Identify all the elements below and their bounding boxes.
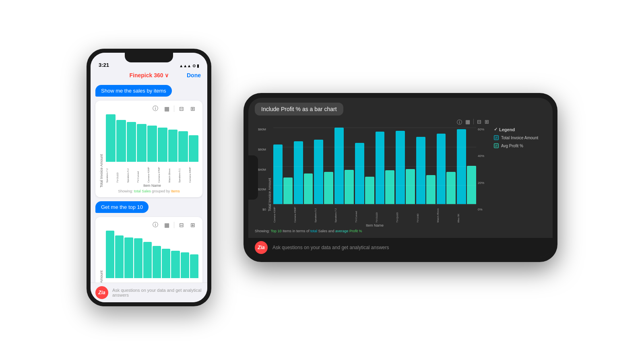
bar-cyan-4 bbox=[334, 128, 344, 204]
x-labels-1: Speakers-7.2 TV-OLED Speakers-5.2 TV-Cur… bbox=[106, 163, 198, 183]
bar-teal-3 bbox=[324, 172, 333, 204]
bar-1-6 bbox=[158, 128, 167, 162]
bar-group-2 bbox=[294, 128, 313, 204]
chat-content: Show me the sales by items ⓘ ▦ ⊟ ⊞ Total… bbox=[91, 81, 207, 283]
chart-toolbar-1: ⓘ ▦ ⊟ ⊞ bbox=[99, 105, 198, 113]
bar-group-3 bbox=[314, 128, 333, 204]
bar-1-8 bbox=[178, 131, 188, 162]
chart-main-1: Speakers-7.2 TV-OLED Speakers-5.2 TV-Cur… bbox=[106, 114, 198, 188]
bar-2-2 bbox=[115, 235, 124, 278]
bar-1-7 bbox=[168, 130, 178, 162]
legend-item-1: ✓ Total Invoice Amount bbox=[494, 135, 546, 140]
x-label-2-9: Camera-41MP bbox=[181, 280, 189, 283]
landscape-bars-wrapper: $80M $60M $40M $20M $0 Total Invoice Amo… bbox=[255, 128, 489, 227]
bar-1-3 bbox=[127, 122, 136, 162]
landscape-phone-wrapper: Include Profit % as a bar chart ⓘ ▦ ⊟ ⊞ bbox=[244, 93, 557, 262]
status-icons: ▲▲▲ ⊙ ▮ bbox=[179, 64, 199, 68]
lx-1: Camera-41MP bbox=[273, 206, 292, 223]
lx-7: TV-QLED bbox=[396, 206, 415, 223]
bar-2-7 bbox=[162, 249, 170, 278]
lx-6: TV-OLED bbox=[376, 206, 394, 223]
zia-button-landscape[interactable]: Zia bbox=[255, 241, 268, 254]
y-tick-r-4: 0% bbox=[478, 208, 489, 211]
zia-button-portrait[interactable]: Zia bbox=[95, 286, 108, 299]
bar-1-5 bbox=[147, 126, 157, 162]
info-icon-landscape[interactable]: ⓘ bbox=[457, 119, 462, 126]
chart-footer-1: Showing: total Sales grouped by Items bbox=[99, 189, 198, 193]
bar-teal-5 bbox=[365, 177, 374, 204]
bar-group-10 bbox=[457, 128, 476, 204]
landscape-chart-toolbar: ⓘ ▦ ⊟ ⊞ bbox=[255, 119, 489, 126]
landscape-bottom-bar: Zia Ask questions on your data and get a… bbox=[248, 238, 553, 257]
grid-line-5 bbox=[273, 204, 476, 205]
landscape-inner: Include Profit % as a bar chart ⓘ ▦ ⊟ ⊞ bbox=[248, 98, 553, 257]
lx-8: TV-UHD bbox=[417, 206, 436, 223]
legend-label-1: Total Invoice Amount bbox=[501, 136, 538, 140]
x-label-2-10: Watch-45mm bbox=[190, 280, 198, 283]
bar-group-7 bbox=[396, 128, 415, 204]
grid-icon-landscape[interactable]: ⊞ bbox=[485, 119, 489, 126]
landscape-content: Include Profit % as a bar chart ⓘ ▦ ⊟ ⊞ bbox=[248, 98, 553, 238]
x-label-2-6: Camera-45MP bbox=[153, 280, 161, 283]
y-tick-r-1: 60% bbox=[478, 128, 489, 131]
x-label-1-9: Camera-30MP bbox=[189, 163, 198, 183]
bar-group-8 bbox=[416, 128, 436, 204]
chart-toolbar-2: ⓘ ▦ ⊟ ⊞ bbox=[99, 221, 198, 229]
info-icon-2[interactable]: ⓘ bbox=[151, 221, 159, 229]
app-header: Finepick 360 ∨ Done bbox=[91, 70, 207, 81]
bar-cyan-7 bbox=[396, 131, 405, 204]
zia-logo-landscape: Zia bbox=[258, 245, 264, 250]
bar-2-6 bbox=[153, 246, 161, 278]
y-axis-label-2: Total Invoice Amount bbox=[99, 231, 103, 283]
x-label-1-1: Speakers-7.2 bbox=[106, 163, 116, 183]
bar-2-5 bbox=[143, 242, 152, 278]
bottom-bar-text-landscape: Ask questions on your data and get analy… bbox=[272, 245, 389, 250]
bar-teal-9 bbox=[446, 172, 456, 204]
bar-cyan-1 bbox=[273, 144, 283, 204]
x-labels-2: Speakers-7.2 TV-OLED TV-QLED TV-UHD Spea… bbox=[106, 280, 198, 283]
x-label-1-4: TV-Curved bbox=[137, 163, 147, 183]
toolbar-divider-landscape bbox=[473, 119, 474, 124]
bar-teal-4 bbox=[345, 170, 354, 204]
done-button[interactable]: Done bbox=[187, 72, 201, 78]
legend-check-cyan: ✓ bbox=[494, 135, 499, 140]
table-icon-landscape[interactable]: ⊟ bbox=[477, 119, 481, 126]
app-title[interactable]: Finepick 360 ∨ bbox=[129, 72, 168, 78]
landscape-chart-main: Camera-41MP Camera-45MP Speakers-5.2 Spe… bbox=[273, 128, 476, 227]
bar-chart-icon-2[interactable]: ▦ bbox=[163, 221, 171, 229]
x-label-2-7: TV-Curved bbox=[162, 280, 170, 283]
table-icon-1[interactable]: ⊟ bbox=[178, 105, 186, 113]
grid-icon-1[interactable]: ⊞ bbox=[189, 105, 197, 113]
x-label-1-2: TV-OLED bbox=[116, 163, 126, 183]
x-axis-label-1: Item Name bbox=[106, 184, 198, 188]
bars-container-1 bbox=[106, 114, 198, 163]
bar-cyan-10 bbox=[457, 129, 466, 204]
grid-icon-2[interactable]: ⊞ bbox=[189, 221, 197, 229]
battery-icon: ▮ bbox=[197, 64, 199, 68]
info-icon-1[interactable]: ⓘ bbox=[151, 105, 159, 113]
y-tick-l-1: $80M bbox=[255, 128, 266, 131]
x-label-2-8: iMac-5K bbox=[171, 280, 180, 283]
chevron-down-icon: ∨ bbox=[165, 72, 169, 78]
bars-container-2 bbox=[106, 231, 198, 279]
legend-check-teal: ✓ bbox=[494, 143, 499, 148]
bar-teal-8 bbox=[426, 175, 436, 204]
landscape-y-label: Total Invoice Amount bbox=[268, 128, 272, 211]
bar-group-5 bbox=[355, 128, 374, 204]
landscape-chart-area: ⓘ ▦ ⊟ ⊞ $80M $60M $40M bbox=[255, 119, 489, 233]
bar-2-9 bbox=[181, 252, 189, 278]
bar-chart-icon-landscape[interactable]: ▦ bbox=[465, 119, 470, 126]
x-label-2-2: TV-OLED bbox=[115, 280, 124, 283]
bar-cyan-2 bbox=[294, 141, 303, 204]
landscape-phone: Include Profit % as a bar chart ⓘ ▦ ⊟ ⊞ bbox=[244, 93, 557, 262]
x-label-1-5: Camera-41MP bbox=[147, 163, 157, 183]
x-label-2-5: Speakers-5.2 bbox=[143, 280, 152, 283]
bar-chart-icon-1[interactable]: ▦ bbox=[163, 105, 171, 113]
zia-logo: Zia bbox=[98, 290, 105, 295]
table-icon-2[interactable]: ⊟ bbox=[178, 221, 186, 229]
status-time: 3:21 bbox=[99, 62, 109, 68]
bar-group-6 bbox=[376, 128, 395, 204]
lx-5: TV-Curved bbox=[355, 206, 374, 223]
x-label-2-1: Speakers-7.2 bbox=[106, 280, 114, 283]
landscape-legend: ✓ Legend ✓ Total Invoice Amount ✓ Avg Pr… bbox=[494, 119, 546, 233]
